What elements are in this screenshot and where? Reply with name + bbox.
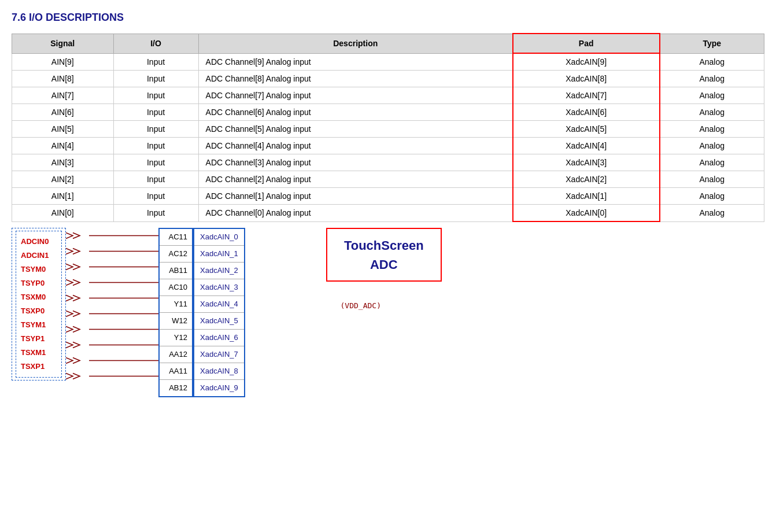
cell-type: Analog: [660, 87, 764, 104]
cell-pad: XadcAIN[8]: [513, 71, 660, 87]
cell-signal: AIN[4]: [12, 138, 114, 154]
table-row: AIN[0] Input ADC Channel[0] Analog input…: [12, 205, 764, 222]
col-header-pad: Pad: [513, 34, 660, 53]
col-header-signal: Signal: [12, 34, 114, 53]
cell-type: Analog: [660, 53, 764, 71]
cell-signal: AIN[8]: [12, 71, 114, 87]
right-info: TouchScreen ADC (VDD_ADC): [280, 228, 442, 310]
xadc-block: XadcAIN_0XadcAIN_1XadcAIN_2XadcAIN_3Xadc…: [193, 228, 245, 397]
pad-item: AC12: [160, 246, 192, 263]
pad-item: Y11: [160, 296, 192, 313]
cell-type: Analog: [660, 121, 764, 138]
cell-signal: AIN[3]: [12, 154, 114, 171]
pad-item: AC11: [160, 229, 192, 246]
cell-io: Input: [113, 53, 198, 71]
cell-io: Input: [113, 121, 198, 138]
cell-description: ADC Channel[0] Analog input: [198, 205, 513, 222]
cell-signal: AIN[2]: [12, 171, 114, 188]
cell-io: Input: [113, 154, 198, 171]
cell-pad: XadcAIN[7]: [513, 87, 660, 104]
touchscreen-box: TouchScreen ADC: [326, 228, 442, 282]
cell-pad: XadcAIN[5]: [513, 121, 660, 138]
signal-item: TSXP1: [21, 360, 57, 374]
vdd-label: (VDD_ADC): [280, 301, 442, 310]
touchscreen-title: TouchScreen: [341, 237, 427, 255]
cell-pad: XadcAIN[1]: [513, 188, 660, 205]
col-header-io: I/O: [113, 34, 198, 53]
xadc-item: XadcAIN_3: [194, 279, 244, 296]
cell-signal: AIN[7]: [12, 87, 114, 104]
table-row: AIN[9] Input ADC Channel[9] Analog input…: [12, 53, 764, 71]
cell-pad: XadcAIN[4]: [513, 138, 660, 154]
cell-io: Input: [113, 205, 198, 222]
cell-io: Input: [113, 138, 198, 154]
cell-signal: AIN[6]: [12, 104, 114, 121]
pad-item: AC10: [160, 279, 192, 296]
pad-block: AC11AC12AB11AC10Y11W12Y12AA12AA11AB12: [158, 228, 193, 397]
table-row: AIN[5] Input ADC Channel[5] Analog input…: [12, 121, 764, 138]
cell-type: Analog: [660, 104, 764, 121]
xadc-item: XadcAIN_8: [194, 363, 244, 380]
signal-item: TSXM1: [21, 346, 57, 360]
table-row: AIN[2] Input ADC Channel[2] Analog input…: [12, 171, 764, 188]
section-title: 7.6 I/O DESCRIPTIONS: [12, 12, 764, 24]
io-table: Signal I/O Description Pad Type AIN[9] I…: [12, 33, 764, 222]
cell-type: Analog: [660, 138, 764, 154]
cell-signal: AIN[9]: [12, 53, 114, 71]
pad-item: Y12: [160, 330, 192, 346]
table-row: AIN[8] Input ADC Channel[8] Analog input…: [12, 71, 764, 87]
xadc-item: XadcAIN_5: [194, 313, 244, 330]
cell-io: Input: [113, 188, 198, 205]
cell-pad: XadcAIN[2]: [513, 171, 660, 188]
pad-item: W12: [160, 313, 192, 330]
cell-signal: AIN[1]: [12, 188, 114, 205]
signal-list-box: ADCIN0ADCIN1TSYM0TSYP0TSXM0TSXP0TSYM1TSY…: [12, 228, 66, 380]
signal-item: TSXM0: [21, 290, 57, 304]
cell-type: Analog: [660, 71, 764, 87]
cell-description: ADC Channel[5] Analog input: [198, 121, 513, 138]
cell-description: ADC Channel[3] Analog input: [198, 154, 513, 171]
xadc-item: XadcAIN_6: [194, 330, 244, 346]
cell-description: ADC Channel[7] Analog input: [198, 87, 513, 104]
cell-io: Input: [113, 87, 198, 104]
pad-item: AA12: [160, 346, 192, 363]
cell-type: Analog: [660, 188, 764, 205]
cell-description: ADC Channel[6] Analog input: [198, 104, 513, 121]
cell-type: Analog: [660, 205, 764, 222]
cell-description: ADC Channel[2] Analog input: [198, 171, 513, 188]
bottom-diagram: ADCIN0ADCIN1TSYM0TSYP0TSXM0TSXP0TSYM1TSY…: [12, 228, 764, 397]
cell-pad: XadcAIN[6]: [513, 104, 660, 121]
cell-signal: AIN[5]: [12, 121, 114, 138]
cell-pad: XadcAIN[3]: [513, 154, 660, 171]
col-header-description: Description: [198, 34, 513, 53]
cell-io: Input: [113, 104, 198, 121]
xadc-item: XadcAIN_0: [194, 229, 244, 246]
col-header-type: Type: [660, 34, 764, 53]
xadc-item: XadcAIN_4: [194, 296, 244, 313]
xadc-item: XadcAIN_7: [194, 346, 244, 363]
signal-item: TSXP0: [21, 304, 57, 318]
cell-signal: AIN[0]: [12, 205, 114, 222]
table-row: AIN[1] Input ADC Channel[1] Analog input…: [12, 188, 764, 205]
signal-item: ADCIN1: [21, 249, 57, 263]
adc-subtitle: ADC: [341, 257, 427, 272]
cell-io: Input: [113, 171, 198, 188]
cell-pad: XadcAIN[0]: [513, 205, 660, 222]
cell-type: Analog: [660, 171, 764, 188]
cell-type: Analog: [660, 154, 764, 171]
zigzag-lines: [66, 228, 158, 384]
pad-item: AA11: [160, 363, 192, 380]
pad-item: AB12: [160, 380, 192, 396]
xadc-item: XadcAIN_1: [194, 246, 244, 263]
signal-item: TSYM1: [21, 318, 57, 332]
xadc-item: XadcAIN_2: [194, 263, 244, 279]
zigzag-svg: [66, 228, 158, 384]
table-row: AIN[7] Input ADC Channel[7] Analog input…: [12, 87, 764, 104]
cell-description: ADC Channel[9] Analog input: [198, 53, 513, 71]
signal-item: TSYM0: [21, 263, 57, 276]
signal-item: TSYP0: [21, 276, 57, 290]
signal-item: TSYP1: [21, 332, 57, 346]
pad-item: AB11: [160, 263, 192, 279]
cell-pad: XadcAIN[9]: [513, 53, 660, 71]
cell-description: ADC Channel[8] Analog input: [198, 71, 513, 87]
